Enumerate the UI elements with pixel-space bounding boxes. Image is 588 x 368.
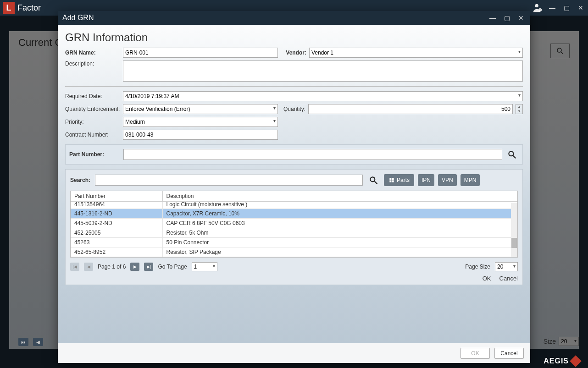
table-row[interactable]: 4151354964Logic Circuit (moisture sensit… [71, 202, 517, 209]
go-to-page-label: Go To Page [158, 264, 187, 270]
dialog-close-button[interactable]: ✕ [516, 14, 526, 22]
part-number-search-button[interactable] [505, 148, 519, 160]
part-number-row: Part Number: [65, 144, 523, 165]
parts-table: Part Number Description 4151354964Logic … [70, 191, 518, 258]
qty-enforcement-select[interactable]: Enforce Verification (Error) [123, 104, 278, 114]
page-size-select[interactable]: 20 [495, 262, 518, 271]
cell-description: Resistor, 5k Ohm [162, 228, 517, 238]
vendor-select[interactable]: Vendor 1 [309, 48, 523, 58]
search-label: Search: [70, 177, 91, 183]
section-title: GRN Information [65, 31, 523, 44]
required-date-label: Required Date: [65, 93, 120, 99]
bg-prev-icon: ◀ [33, 338, 43, 346]
search-button[interactable] [366, 174, 380, 186]
qty-enforcement-label: Quantity Enforcement: [65, 106, 120, 112]
grn-name-input[interactable] [123, 48, 278, 58]
quantity-label: Quantity: [281, 106, 305, 112]
svg-point-4 [509, 151, 513, 156]
dialog-minimize-button[interactable]: — [488, 14, 498, 22]
last-page-button[interactable]: ▶| [144, 263, 153, 271]
go-to-page-select[interactable]: 1 [192, 262, 217, 271]
description-input[interactable] [123, 60, 523, 82]
search-icon [507, 150, 516, 159]
cell-part-number: 445-1316-2-ND [71, 209, 162, 219]
bg-pager: ⏮ ◀ [18, 338, 43, 346]
part-number-label: Part Number: [69, 151, 121, 158]
cell-part-number: 452-65-8952 [71, 247, 162, 257]
part-number-input[interactable] [123, 149, 502, 160]
cell-part-number: 4151354964 [71, 202, 162, 209]
table-scrollbar[interactable] [511, 203, 517, 257]
priority-select[interactable]: Medium [123, 117, 278, 127]
table-row[interactable]: 452-25005Resistor, 5k Ohm [71, 228, 517, 238]
vendor-label: Vendor: [283, 49, 306, 56]
svg-point-6 [370, 177, 375, 181]
dialog-cancel-button[interactable]: Cancel [494, 348, 524, 359]
dialog-footer: OK Cancel [58, 343, 530, 363]
quantity-stepper[interactable]: ▲▼ [516, 104, 523, 114]
panel-ok-button[interactable]: OK [483, 275, 491, 282]
col-part-number[interactable]: Part Number [71, 191, 162, 202]
table-row[interactable]: 452-65-8952Resistor, SIP Package [71, 247, 517, 257]
first-page-button[interactable]: |◀ [70, 263, 79, 271]
dialog-titlebar: Add GRN — ▢ ✕ [58, 11, 530, 25]
cell-part-number: 445-5039-2-ND [71, 219, 162, 228]
search-input[interactable] [95, 175, 363, 186]
cell-description: Resistor, SIP Package [162, 247, 517, 257]
add-grn-dialog: Add GRN — ▢ ✕ GRN Information GRN Name: … [58, 11, 530, 363]
separator [65, 86, 523, 87]
app-logo: L [3, 2, 15, 14]
grn-name-label: GRN Name: [65, 49, 120, 56]
search-icon [369, 176, 378, 185]
parts-grid-panel: Search: Parts IPN VPN MPN Part Number De [65, 169, 523, 285]
required-date-input[interactable]: 4/10/2019 7:19:37 AM [123, 91, 523, 101]
vpn-button[interactable]: VPN [438, 174, 457, 186]
contract-number-label: Contract Number: [65, 132, 120, 138]
main-close-button[interactable]: ✕ [576, 4, 585, 11]
user-icon[interactable] [533, 3, 543, 13]
brand-icon [570, 355, 581, 367]
main-maximize-button[interactable]: ▢ [562, 4, 571, 11]
contract-number-input[interactable] [123, 130, 278, 140]
page-size-label: Page Size [465, 264, 490, 270]
main-minimize-button[interactable]: — [547, 4, 557, 11]
table-row[interactable]: 4526350 Pin Connector [71, 238, 517, 247]
prev-page-button[interactable]: ◀ [84, 263, 93, 271]
cell-part-number: 45263 [71, 238, 162, 247]
page-indicator: Page 1 of 6 [98, 264, 126, 270]
cell-description: Logic Circuit (moisture sensitive ) [162, 202, 517, 209]
svg-line-5 [513, 156, 516, 159]
next-page-button[interactable]: ▶ [130, 263, 139, 271]
cell-description: CAP CER 6.8PF 50V C0G 0603 [162, 219, 517, 228]
ipn-button[interactable]: IPN [418, 174, 434, 186]
footer-brand: AEGIS [544, 357, 580, 365]
panel-cancel-button[interactable]: Cancel [499, 275, 518, 282]
mpn-button[interactable]: MPN [460, 174, 480, 186]
cell-part-number: 452-25005 [71, 228, 162, 238]
svg-point-0 [535, 4, 538, 7]
dialog-maximize-button[interactable]: ▢ [502, 14, 512, 22]
table-row[interactable]: 445-5039-2-NDCAP CER 6.8PF 50V C0G 0603 [71, 219, 517, 228]
dialog-ok-button[interactable]: OK [460, 348, 490, 359]
app-title: Factor [17, 3, 41, 13]
svg-line-7 [375, 181, 377, 184]
parts-icon [388, 177, 395, 183]
dialog-title: Add GRN [62, 14, 94, 22]
description-label: Description: [65, 60, 120, 67]
quantity-input[interactable] [308, 104, 513, 114]
priority-label: Priority: [65, 119, 120, 125]
cell-description: Capacitor, X7R Ceramic, 10% [162, 209, 517, 219]
pager: |◀ ◀ Page 1 of 6 ▶ ▶| Go To Page 1 Page … [70, 262, 518, 271]
cell-description: 50 Pin Connector [162, 238, 517, 247]
bg-first-icon: ⏮ [18, 338, 28, 346]
table-row[interactable]: 445-1316-2-NDCapacitor, X7R Ceramic, 10% [71, 209, 517, 219]
parts-button[interactable]: Parts [384, 174, 414, 186]
col-description[interactable]: Description [162, 191, 517, 202]
